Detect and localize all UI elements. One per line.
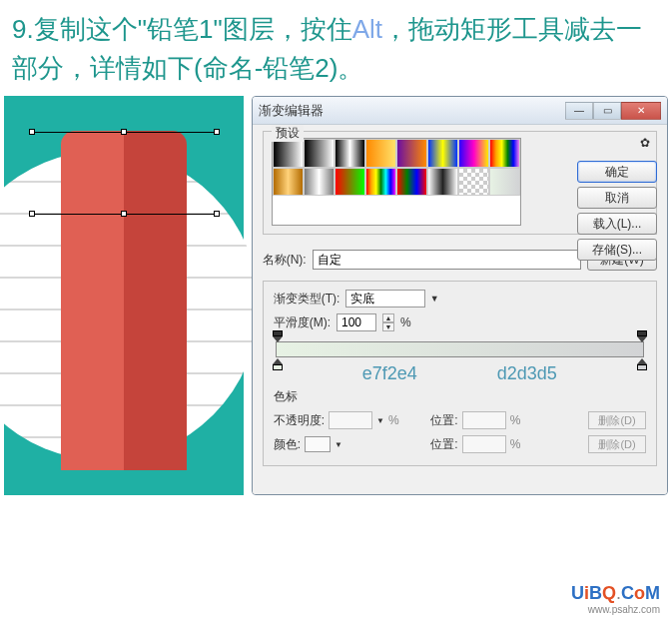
hex-annotation-right: d2d3d5 xyxy=(497,363,557,384)
layer-preview xyxy=(4,96,244,495)
preset-swatch[interactable] xyxy=(273,139,304,168)
preset-swatch[interactable] xyxy=(396,168,427,197)
name-label: 名称(N): xyxy=(263,252,307,269)
opacity-stop-label: 不透明度: xyxy=(274,412,325,429)
delete-color-stop-button[interactable]: 删除(D) xyxy=(588,435,646,453)
preset-swatch[interactable] xyxy=(365,139,396,168)
preset-swatch[interactable] xyxy=(304,168,335,197)
dropdown-arrow-icon[interactable]: ▼ xyxy=(376,416,384,425)
transform-handle[interactable] xyxy=(121,211,127,217)
gradient-type-value[interactable] xyxy=(345,290,425,308)
watermark-url: www.psahz.com xyxy=(571,604,660,615)
gradient-editor-dialog: 渐变编辑器 — ▭ ✕ 预设 ✿ xyxy=(252,96,668,495)
dropdown-arrow-icon[interactable]: ▼ xyxy=(427,292,441,306)
txt-part2: 图层，按住 xyxy=(223,14,352,44)
preset-swatch[interactable] xyxy=(427,139,458,168)
preset-swatch[interactable] xyxy=(489,168,520,197)
preset-swatch[interactable] xyxy=(396,139,427,168)
color-stop-left[interactable] xyxy=(273,358,283,370)
percent-unit: % xyxy=(388,413,399,427)
transform-handle[interactable] xyxy=(121,129,127,135)
position-label: 位置: xyxy=(430,436,457,453)
minimize-button[interactable]: — xyxy=(565,102,593,120)
preset-swatch[interactable] xyxy=(489,139,520,168)
color-swatch[interactable] xyxy=(305,436,331,452)
transform-handle[interactable] xyxy=(214,129,220,135)
gradient-type-combo[interactable]: ▼ xyxy=(345,290,441,308)
color-stop-right[interactable] xyxy=(637,358,647,370)
position-label: 位置: xyxy=(430,412,457,429)
close-button[interactable]: ✕ xyxy=(621,102,661,120)
dialog-title: 渐变编辑器 xyxy=(259,102,565,120)
presets-label: 预设 xyxy=(272,125,304,142)
quote-open: " xyxy=(138,14,147,44)
load-button[interactable]: 载入(L)... xyxy=(577,213,657,235)
instruction-text: 9.复制这个"铅笔1"图层，按住Alt，拖动矩形工具减去一部分，详情如下(命名-… xyxy=(0,0,672,96)
watermark: UiBQ.CoM www.psahz.com xyxy=(571,583,660,615)
save-button[interactable]: 存储(S)... xyxy=(577,239,657,261)
opacity-position-input[interactable] xyxy=(462,411,506,429)
preset-swatch[interactable] xyxy=(304,139,335,168)
txt-part1: 复制这个 xyxy=(34,14,138,44)
delete-opacity-stop-button[interactable]: 删除(D) xyxy=(588,411,646,429)
quote-close: " xyxy=(213,14,222,44)
alt-key: Alt xyxy=(352,14,382,44)
smoothness-label: 平滑度(M): xyxy=(274,314,331,331)
smoothness-stepper[interactable]: ▲▼ xyxy=(382,313,394,331)
cancel-button[interactable]: 取消 xyxy=(577,187,657,209)
opacity-input[interactable] xyxy=(329,411,372,429)
preview-pencil-shape xyxy=(61,131,187,470)
transform-handle[interactable] xyxy=(214,211,220,217)
preset-swatch-grid[interactable] xyxy=(272,138,521,226)
gradient-type-label: 渐变类型(T): xyxy=(274,291,340,308)
stops-label: 色标 xyxy=(274,388,646,405)
preset-swatch[interactable] xyxy=(458,168,489,197)
percent-unit: % xyxy=(400,315,411,329)
step-number: 9. xyxy=(12,14,34,44)
layer-ref: 铅笔1 xyxy=(147,14,213,44)
percent-unit: % xyxy=(510,437,521,451)
gradient-name-input[interactable] xyxy=(313,250,581,270)
preset-swatch[interactable] xyxy=(427,168,458,197)
hex-annotation-left: e7f2e4 xyxy=(362,363,417,384)
color-stop-label: 颜色: xyxy=(274,436,301,453)
opacity-stop-left[interactable] xyxy=(273,330,283,342)
presets-menu-icon[interactable]: ✿ xyxy=(640,136,650,150)
transform-handle[interactable] xyxy=(29,211,35,217)
color-position-input[interactable] xyxy=(462,435,506,453)
ok-button[interactable]: 确定 xyxy=(577,161,657,183)
gradient-params-group: 渐变类型(T): ▼ 平滑度(M): ▲▼ % xyxy=(263,281,657,466)
dialog-titlebar[interactable]: 渐变编辑器 — ▭ ✕ xyxy=(253,97,667,125)
maximize-button[interactable]: ▭ xyxy=(593,102,621,120)
preset-swatch[interactable] xyxy=(458,139,489,168)
percent-unit: % xyxy=(510,413,521,427)
transform-handle[interactable] xyxy=(29,129,35,135)
preset-swatch[interactable] xyxy=(335,139,365,168)
dropdown-arrow-icon[interactable]: ▼ xyxy=(335,440,342,449)
gradient-preview-bar[interactable] xyxy=(276,341,644,357)
preset-swatch[interactable] xyxy=(335,168,365,197)
opacity-stop-right[interactable] xyxy=(637,330,647,342)
preset-swatch[interactable] xyxy=(365,168,396,197)
smoothness-input[interactable] xyxy=(336,313,376,331)
preset-swatch[interactable] xyxy=(273,168,304,197)
